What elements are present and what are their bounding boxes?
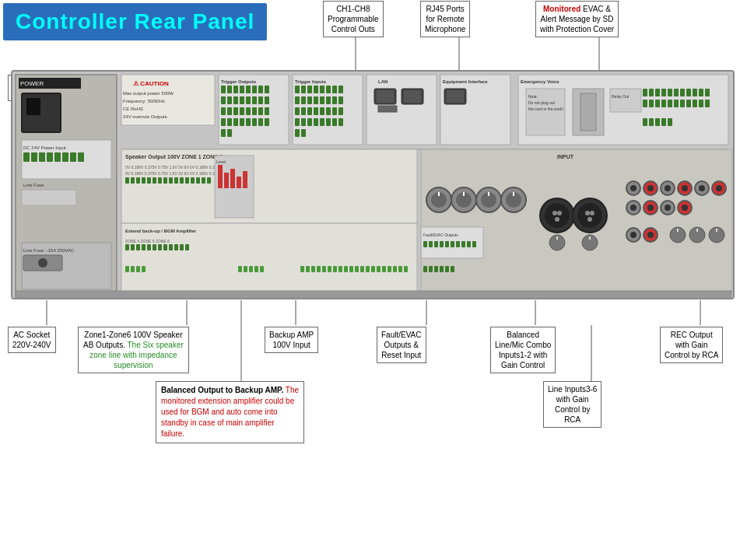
svg-rect-218 [311, 266, 315, 272]
label-zone-speaker: Zone1-Zone6 100V SpeakerAB Outputs. The … [78, 327, 189, 373]
svg-rect-304 [467, 241, 471, 247]
svg-rect-52 [258, 86, 263, 93]
svg-rect-94 [320, 96, 324, 104]
svg-rect-170 [131, 177, 135, 184]
svg-text:⚠ CAUTION: ⚠ CAUTION [133, 80, 169, 87]
svg-rect-307 [429, 266, 433, 272]
svg-rect-196 [131, 244, 135, 250]
svg-text:24V overrule Outputs: 24V overrule Outputs [123, 114, 167, 119]
svg-rect-160 [649, 118, 654, 126]
svg-rect-120 [378, 106, 397, 112]
svg-rect-48 [233, 86, 238, 93]
svg-rect-106 [295, 118, 300, 126]
svg-rect-89 [338, 86, 343, 93]
svg-text:Trigger Outputs: Trigger Outputs [221, 79, 257, 84]
svg-rect-112 [332, 118, 337, 126]
svg-point-277 [630, 205, 637, 211]
svg-point-269 [665, 185, 671, 191]
svg-rect-228 [366, 266, 370, 272]
svg-rect-206 [185, 244, 189, 250]
svg-rect-86 [320, 86, 324, 93]
svg-rect-305 [472, 241, 476, 247]
svg-text:Extend back-up / BGM Amplifier: Extend back-up / BGM Amplifier [125, 229, 197, 233]
svg-point-258 [590, 211, 594, 215]
svg-rect-58 [246, 96, 251, 104]
svg-point-257 [585, 211, 590, 215]
svg-rect-46 [221, 86, 226, 93]
svg-rect-78 [221, 129, 226, 137]
svg-rect-201 [158, 244, 162, 250]
svg-rect-104 [332, 107, 337, 115]
svg-rect-141 [668, 89, 672, 96]
svg-rect-165 [121, 149, 417, 223]
svg-rect-109 [314, 118, 318, 126]
svg-rect-312 [16, 291, 731, 299]
svg-rect-66 [246, 107, 251, 115]
svg-rect-113 [338, 118, 343, 126]
svg-rect-116 [366, 75, 437, 145]
svg-rect-137 [643, 89, 647, 96]
svg-rect-27 [47, 152, 53, 162]
svg-rect-97 [338, 96, 343, 104]
svg-rect-222 [333, 266, 337, 272]
svg-text:Max output power 500W: Max output power 500W [123, 91, 174, 96]
svg-rect-163 [668, 118, 672, 126]
svg-rect-301 [451, 241, 454, 247]
svg-rect-105 [338, 107, 343, 115]
svg-text:LAN: LAN [378, 79, 388, 84]
svg-rect-187 [218, 165, 223, 188]
svg-rect-176 [163, 177, 167, 184]
panel-visual: POWER DC 24V Power Input Line Fuse Line … [12, 72, 735, 299]
label-ch1-ch8-prog-outs: CH1-CH8ProgrammableControl Outs [323, 1, 384, 37]
svg-point-265 [630, 185, 637, 191]
svg-rect-202 [163, 244, 167, 250]
svg-rect-296 [423, 241, 427, 247]
svg-text:0V  0.188V  0.375V  0.75V  1.5: 0V 0.188V 0.375V 0.75V 1.5V 3V 6V 0V 0.1… [125, 165, 222, 170]
svg-rect-83 [301, 86, 306, 93]
svg-text:Emergency Voice: Emergency Voice [521, 79, 559, 84]
svg-rect-75 [252, 118, 257, 126]
svg-rect-110 [320, 118, 324, 126]
svg-rect-152 [668, 100, 672, 107]
svg-rect-77 [265, 118, 269, 126]
svg-rect-309 [440, 266, 444, 272]
svg-rect-227 [360, 266, 364, 272]
svg-text:Speaker Output 100V  ZONE 1   : Speaker Output 100V ZONE 1 ZONE 2 [125, 154, 223, 160]
svg-text:ZONE 4          ZONE 5        : ZONE 4 ZONE 5 ZONE 6 [125, 239, 170, 243]
svg-text:Level: Level [216, 159, 226, 164]
title-box: Controller Rear Panel [3, 3, 267, 40]
svg-rect-91 [301, 96, 306, 104]
svg-rect-84 [307, 86, 312, 93]
svg-rect-171 [136, 177, 140, 184]
svg-rect-47 [227, 86, 232, 93]
svg-rect-155 [686, 100, 691, 107]
svg-rect-99 [301, 107, 306, 115]
svg-rect-150 [655, 100, 660, 107]
svg-rect-49 [240, 86, 244, 93]
svg-text:Relay Out: Relay Out [612, 94, 630, 99]
svg-rect-114 [295, 129, 300, 137]
svg-rect-204 [174, 244, 178, 250]
svg-rect-209 [136, 266, 140, 272]
svg-rect-59 [252, 96, 257, 104]
svg-rect-174 [153, 177, 156, 184]
svg-rect-54 [221, 96, 226, 104]
svg-rect-92 [307, 96, 312, 104]
svg-rect-151 [661, 100, 666, 107]
svg-rect-226 [355, 266, 359, 272]
svg-rect-126 [447, 90, 464, 103]
svg-rect-142 [674, 89, 679, 96]
svg-point-37 [38, 258, 47, 268]
label-ac-socket: AC Socket220V-240V [8, 327, 56, 353]
svg-rect-115 [301, 129, 306, 137]
svg-rect-26 [39, 152, 45, 162]
svg-rect-30 [70, 152, 76, 162]
svg-rect-197 [136, 244, 140, 250]
svg-rect-53 [265, 86, 269, 93]
svg-rect-93 [314, 96, 318, 104]
svg-point-254 [555, 217, 559, 222]
svg-rect-100 [307, 107, 312, 115]
svg-rect-88 [332, 86, 337, 93]
panel-container: POWER DC 24V Power Input Line Fuse Line … [11, 70, 735, 299]
svg-rect-311 [451, 266, 454, 272]
